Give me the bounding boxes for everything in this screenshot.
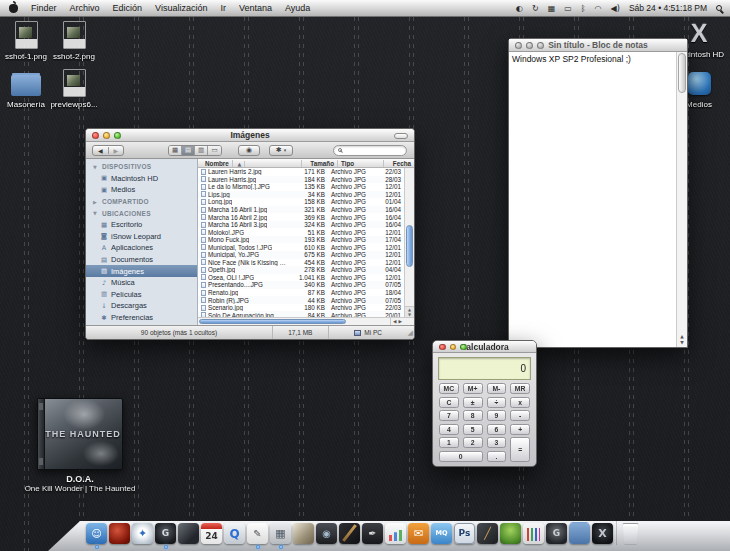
Scenario.jpg[interactable]: Scenario.jpg 180 KB Archivo JPG 22/03 (198, 304, 404, 312)
dock-paintbrush-icon[interactable]: ╱ (477, 523, 498, 544)
menu-item[interactable]: Visualización (155, 3, 207, 13)
calc-button-divide[interactable]: ÷ (487, 397, 507, 408)
zoom-button[interactable] (114, 132, 121, 139)
disclosure-triangle-icon[interactable]: ▼ (93, 164, 99, 170)
Marcha 16 Abril 1.jpg[interactable]: Marcha 16 Abril 1.jpg 321 KB Archivo JPG… (198, 206, 404, 214)
notepad-scroll-thumb[interactable] (678, 53, 686, 93)
search-input[interactable] (345, 147, 397, 154)
sidebar-header-ubicaciones[interactable]: ▼ UBICACIONES (86, 207, 197, 219)
calc-button-0[interactable]: 0 (439, 451, 483, 462)
view-icons-button[interactable]: ▦ (169, 146, 182, 155)
Lauren Harris 2.jpg[interactable]: Lauren Harris 2.jpg 171 KB Archivo JPG 2… (198, 168, 404, 176)
dock-safari-icon[interactable]: ✦ (132, 523, 153, 544)
calc-button-5[interactable]: 5 (463, 424, 483, 435)
horizontal-scroll-thumb[interactable] (199, 319, 346, 324)
album-desktop-item[interactable]: THE HAUNTED D.O.A. One Kill Wonder | The… (20, 398, 140, 493)
calc-button-2[interactable]: 2 (463, 437, 483, 448)
menu-bar-clock[interactable]: Sáb 24 • 4:51:18 PM (629, 3, 707, 13)
vertical-scroll-thumb[interactable] (406, 225, 413, 267)
back-button[interactable]: ◀ (93, 147, 109, 154)
dock-notepad-icon[interactable]: ✎ (247, 523, 268, 544)
menu-item[interactable]: Archivo (70, 3, 100, 13)
view-columns-button[interactable]: ▥ (195, 146, 208, 155)
menu-item[interactable]: Ayuda (285, 3, 310, 13)
view-coverflow-button[interactable]: ▭ (208, 146, 221, 155)
sidebar-item-documentos[interactable]: ▤ Documentos (86, 254, 197, 266)
calc-button-m-plus[interactable]: M+ (463, 383, 483, 394)
minimize-button[interactable] (526, 42, 533, 49)
finder-titlebar[interactable]: Imágenes (86, 129, 414, 142)
displays-menu-icon[interactable]: ▭ (564, 4, 572, 13)
disclosure-triangle-icon[interactable]: ▶ (93, 199, 99, 205)
bluetooth-menu-icon[interactable]: ᛒ (581, 4, 586, 13)
menu-item[interactable]: Finder (31, 3, 57, 13)
apple-menu-icon[interactable] (9, 4, 18, 13)
column-header-date[interactable]: Fecha (384, 160, 414, 167)
Municipal, Yo.JPG[interactable]: Municipal, Yo.JPG 675 KB Archivo JPG 12/… (198, 251, 404, 259)
dock-calendar-icon[interactable]: 24 (201, 523, 222, 544)
dock-tree-app-icon[interactable] (500, 523, 521, 544)
dock-photo-viewer-icon[interactable] (178, 523, 199, 544)
horizontal-scroll-arrows[interactable]: ◀▶ (390, 318, 404, 325)
menu-item[interactable]: Ventana (239, 3, 272, 13)
zoom-button[interactable] (460, 344, 467, 351)
dock-album-icon[interactable] (109, 523, 130, 544)
notepad-text-area[interactable]: Windows XP SP2 Profesional ;) (509, 52, 676, 347)
Nice Face (Nik is Kissing me).jpg[interactable]: Nice Face (Nik is Kissing me).jpg 454 KB… (198, 259, 404, 267)
calc-button-6[interactable]: 6 (487, 424, 507, 435)
calc-button-m-minus[interactable]: M- (487, 383, 507, 394)
dock-photoshop-icon[interactable]: Ps (454, 523, 475, 544)
Renato.jpg[interactable]: Renato.jpg 87 KB Archivo JPG 18/04 (198, 289, 404, 297)
sidebar-header-dispositivos[interactable]: ▼ DISPOSITIVOS (86, 161, 197, 173)
zoom-button[interactable] (537, 42, 544, 49)
calc-button-8[interactable]: 8 (463, 410, 483, 421)
toolbar-toggle-button[interactable] (394, 133, 408, 139)
dock-g-app-icon[interactable]: G (546, 523, 567, 544)
calc-button-dot[interactable]: . (487, 451, 507, 462)
notepad-scroll-arrows[interactable]: ▲▼ (677, 334, 687, 346)
sidebar-item-descargas[interactable]: ↓ Descargas (86, 300, 197, 312)
menu-item[interactable]: Ir (220, 3, 226, 13)
sidebar-item-macintosh-hd[interactable]: ▣ Macintosh HD (86, 173, 197, 185)
dock-media-folder-icon[interactable] (569, 523, 590, 544)
dock-osx-icon[interactable]: X (592, 523, 613, 544)
desktop-icon-sshot-1[interactable]: sshot-1.png (2, 20, 50, 61)
column-header-type[interactable]: Tipo (338, 160, 384, 167)
sidebar-item-imagenes[interactable]: ▧ Imágenes (86, 265, 197, 277)
sidebar-header-compartido[interactable]: ▶ COMPARTIDO (86, 196, 197, 208)
sidebar-item-musica[interactable]: ♪ Música (86, 277, 197, 289)
sync-menu-icon[interactable]: ↻ (532, 4, 539, 13)
notepad-titlebar[interactable]: Sin título - Bloc de notas (509, 39, 687, 52)
calc-button-3[interactable]: 3 (487, 437, 507, 448)
dock-quicktime-icon[interactable]: Q (224, 523, 245, 544)
dock-camera-icon[interactable]: ◉ (316, 523, 337, 544)
desktop-icon-sshot-2[interactable]: sshot-2.png (50, 20, 98, 61)
calc-button-4[interactable]: 4 (439, 424, 459, 435)
dock-messenger-icon[interactable]: MQ (431, 523, 452, 544)
sidebar-item-isnow-leopard[interactable]: ◙ iSnow Leopard (86, 231, 197, 243)
sidebar-item-medios[interactable]: ▣ Medios (86, 184, 197, 196)
close-button[interactable] (515, 42, 522, 49)
Lips.jpg[interactable]: Lips.jpg 34 KB Archivo JPG 12/01 (198, 191, 404, 199)
close-button[interactable] (439, 344, 446, 351)
forward-button[interactable]: ▶ (109, 147, 124, 154)
vertical-scrollbar[interactable]: ▲▼ (404, 168, 414, 317)
Robin (R).JPG[interactable]: Robin (R).JPG 44 KB Archivo JPG 07/05 (198, 296, 404, 304)
dock-test-tubes-icon[interactable] (523, 523, 544, 544)
calc-button-plusminus[interactable]: ± (463, 397, 483, 408)
Marcha 16 Abril 2.jpg[interactable]: Marcha 16 Abril 2.jpg 369 KB Archivo JPG… (198, 213, 404, 221)
Presentando....JPG[interactable]: Presentando....JPG 340 KB Archivo JPG 07… (198, 281, 404, 289)
dock-ink-pen-icon[interactable]: ✒ (362, 523, 383, 544)
quick-look-button[interactable]: ◉ (238, 145, 260, 156)
dock-chart-icon[interactable] (385, 523, 406, 544)
desktop-icon-masoneria[interactable]: Masonería (2, 68, 50, 109)
dock-photos-icon[interactable] (293, 523, 314, 544)
Mono Fuck.jpg[interactable]: Mono Fuck.jpg 193 KB Archivo JPG 17/04 (198, 236, 404, 244)
sidebar-item-escritorio[interactable]: ▦ Escritorio (86, 219, 197, 231)
calc-button-plus[interactable]: + (510, 424, 530, 435)
trash-icon[interactable] (622, 523, 639, 545)
Le da lo Mismo[.].JPG[interactable]: Le da lo Mismo[.].JPG 135 KB Archivo JPG… (198, 183, 404, 191)
horizontal-scrollbar[interactable]: ◀▶ (198, 317, 414, 325)
calc-button-mc[interactable]: MC (439, 383, 459, 394)
dock-media-player-icon[interactable]: G (155, 523, 176, 544)
